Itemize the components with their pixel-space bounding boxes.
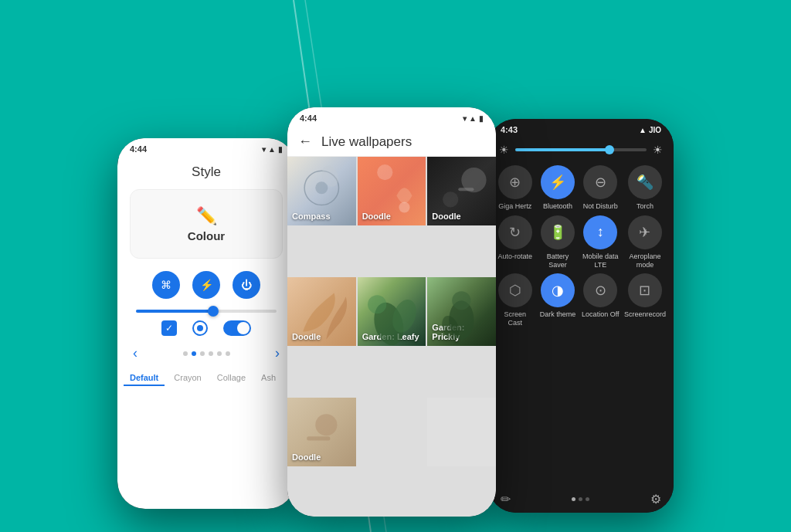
tab-crayon[interactable]: Crayon: [168, 371, 207, 386]
wallpaper-compass[interactable]: Compass: [287, 157, 356, 225]
moon-qs-icon: ◑: [552, 282, 564, 299]
dot-1: [183, 351, 188, 356]
qs-status-bar: 4:43 ▲ JIO: [488, 119, 674, 137]
left-time: 4:44: [130, 144, 147, 154]
slider-track: [136, 310, 277, 313]
center-status-icons: ▾ ▲ ▮: [463, 114, 484, 123]
dot-6: [226, 351, 230, 356]
qs-dot-2: [579, 497, 582, 501]
qs-bottom-row: ✏ ⚙: [488, 486, 674, 513]
signal-qs-icon: ↕: [597, 224, 604, 240]
wallpaper-garden-leafy[interactable]: Garden: Leafy: [358, 277, 426, 346]
qs-autorotate-icon: ↻: [498, 215, 532, 249]
qs-darktheme-label: Dark theme: [540, 310, 576, 319]
garden-prickly-bg: Garden: Prickly: [427, 277, 496, 346]
check-icon: ✓: [165, 323, 173, 334]
qs-tile-batterysaver[interactable]: 🔋 Battery Saver: [538, 215, 576, 269]
qs-edit-icon[interactable]: ✏: [501, 492, 511, 507]
qs-battery-icon: 🔋: [541, 215, 575, 249]
minus-qs-icon: ⊖: [595, 174, 606, 191]
rotate-qs-icon: ↻: [509, 224, 521, 241]
doodle2-bg: Doodle: [427, 157, 496, 225]
location-qs-icon: ⊙: [595, 282, 606, 299]
record-qs-icon: ⊡: [639, 282, 650, 299]
toggle-row: ✓: [117, 316, 295, 341]
doodle1-bg: Doodle: [358, 157, 426, 225]
svg-rect-17: [307, 436, 330, 440]
qs-gigahertz-label: Giga Hertz: [498, 202, 531, 211]
brightness-track[interactable]: [515, 148, 647, 151]
wallpaper-empty1: [358, 398, 426, 466]
right-nav-chevron[interactable]: ›: [275, 345, 280, 361]
garden-leafy-bg: Garden: Leafy: [358, 277, 426, 346]
phone-right: 4:43 ▲ JIO ☀ ☀ ⊕: [488, 119, 674, 513]
qs-tile-torch[interactable]: 🔦 Torch: [624, 165, 666, 211]
wallpaper-doodle1[interactable]: Doodle: [358, 157, 426, 225]
palette-icon: ✏️: [196, 206, 217, 226]
dot-indicator: [183, 351, 230, 356]
qs-mobiledata-label: Mobile data LTE: [582, 252, 620, 269]
qs-tile-darktheme[interactable]: ◑ Dark theme: [538, 273, 576, 327]
qs-tile-autorotate[interactable]: ↻ Auto-rotate: [496, 215, 534, 269]
center-status-bar: 4:44 ▾ ▲ ▮: [287, 107, 496, 126]
checkbox-toggle[interactable]: ✓: [161, 320, 177, 336]
bluetooth-qs-icon: ⚡: [549, 174, 566, 191]
qs-cast-icon: ⬡: [498, 273, 532, 307]
power-icon: ⏻: [241, 279, 252, 291]
doodle2-art: [427, 157, 496, 225]
color-slider[interactable]: [117, 307, 295, 316]
garden-prickly-art: [427, 277, 496, 346]
qs-tile-airplane[interactable]: ✈ Aeroplane mode: [624, 215, 666, 269]
slider-thumb: [208, 306, 219, 317]
doodle1-art: [358, 157, 426, 225]
phone-left: 4:44 ▾ ▲ ▮ Style ✏️ Colour ⌘ ⚡: [117, 138, 295, 509]
svg-point-14: [453, 291, 471, 310]
qs-tile-screenrecord[interactable]: ⊡ Screenrecord: [624, 273, 666, 327]
qs-tile-bluetooth[interactable]: ⚡ Bluetooth: [538, 165, 576, 211]
wifi-icon: ⌘: [161, 279, 171, 291]
tab-ash[interactable]: Ash: [255, 371, 282, 386]
qs-airplane-label: Aeroplane mode: [624, 252, 666, 269]
battery-qs-icon: 🔋: [549, 224, 566, 241]
switch-toggle[interactable]: [223, 320, 251, 336]
wallpaper-doodle2[interactable]: Doodle: [427, 157, 496, 225]
svg-point-8: [443, 191, 458, 207]
qs-tile-mobiledata[interactable]: ↕ Mobile data LTE: [582, 215, 620, 269]
left-status-bar: 4:44 ▾ ▲ ▮: [117, 138, 295, 157]
flashlight-qs-icon: 🔦: [637, 174, 654, 191]
brightness-thumb: [605, 145, 614, 154]
qs-tile-location[interactable]: ⊙ Location Off: [582, 273, 620, 327]
right-phone-screen: 4:43 ▲ JIO ☀ ☀ ⊕: [488, 119, 674, 513]
wallpaper-empty2: [427, 398, 496, 466]
qs-tile-cast[interactable]: ⬡ Screen Cast: [496, 273, 534, 327]
center-signal-icon: ▲: [469, 114, 477, 123]
dot-4: [209, 351, 213, 356]
airplane-qs-icon: ✈: [639, 224, 650, 241]
qs-tile-gigahertz[interactable]: ⊕ Giga Hertz: [496, 165, 534, 211]
qs-dot-3: [586, 497, 589, 501]
radio-toggle[interactable]: [192, 320, 208, 336]
garden-leafy-art: [358, 277, 426, 346]
qs-screenrecord-icon: ⊡: [628, 273, 662, 307]
tab-default[interactable]: Default: [124, 371, 165, 386]
style-screen-title: Style: [117, 157, 295, 185]
qs-mobiledata-icon: ↕: [583, 215, 617, 249]
qs-battery-label: Battery Saver: [538, 252, 576, 269]
brightness-row: ☀ ☀: [488, 137, 674, 162]
wallpaper-doodle4[interactable]: Doodle: [287, 398, 356, 466]
qs-status-icons: ▲ JIO: [639, 126, 661, 134]
qs-tile-notdisturb[interactable]: ⊖ Not Disturb: [582, 165, 620, 211]
icon-row: ⌘ ⚡ ⏻: [117, 263, 295, 307]
wallpaper-doodle3[interactable]: Doodle: [287, 277, 356, 346]
qs-signal-icon: ▲: [639, 126, 647, 134]
left-nav-chevron[interactable]: ‹: [133, 345, 137, 361]
power-icon-circle: ⏻: [233, 271, 260, 299]
qs-bluetooth-label: Bluetooth: [543, 202, 572, 211]
wifi-qs-icon: ⊕: [509, 174, 521, 191]
qs-cast-label: Screen Cast: [496, 310, 534, 327]
wallpaper-garden-prickly[interactable]: Garden: Prickly: [427, 277, 496, 346]
lw-back-button[interactable]: ←: [298, 134, 312, 150]
brightness-low-icon: ☀: [499, 144, 509, 156]
qs-settings-icon[interactable]: ⚙: [650, 492, 661, 507]
tab-collage[interactable]: Collage: [211, 371, 252, 386]
